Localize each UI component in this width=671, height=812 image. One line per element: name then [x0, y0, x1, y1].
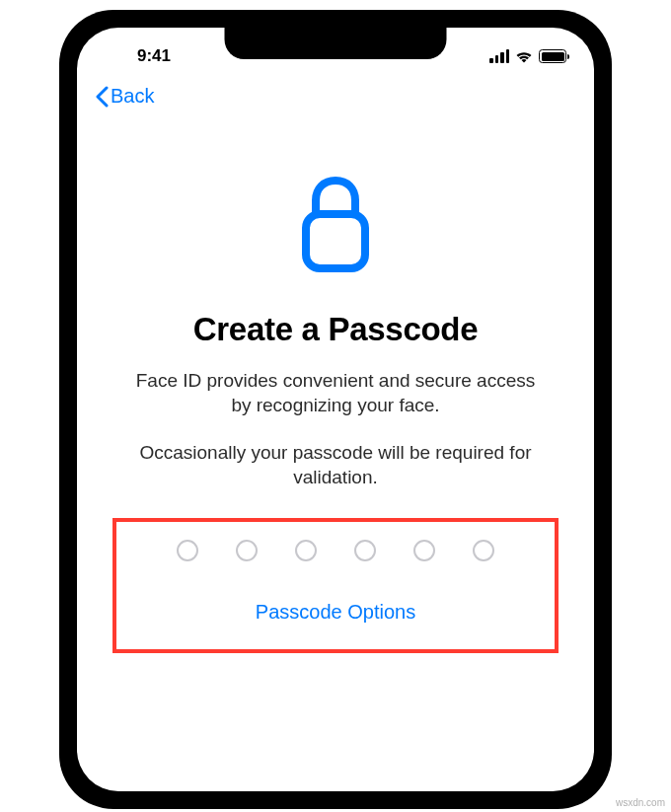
battery-icon	[539, 49, 566, 63]
nav-bar: Back	[77, 71, 594, 111]
svg-rect-0	[306, 214, 365, 268]
passcode-dot	[473, 540, 494, 561]
subtitle-2: Occasionally your passcode will be requi…	[124, 440, 547, 490]
passcode-dot	[236, 540, 258, 561]
highlight-annotation: Passcode Options	[112, 518, 559, 653]
watermark: wsxdn.com	[616, 797, 665, 808]
passcode-options-button[interactable]: Passcode Options	[126, 601, 545, 624]
passcode-input[interactable]	[126, 540, 545, 561]
lock-icon	[296, 173, 375, 281]
page-title: Create a Passcode	[105, 311, 566, 348]
screen: 9:41	[77, 28, 594, 791]
chevron-left-icon	[95, 86, 109, 108]
wifi-icon	[515, 49, 533, 63]
notch	[225, 28, 447, 59]
passcode-dot	[177, 540, 198, 561]
signal-icon	[489, 49, 509, 63]
status-icons	[468, 49, 566, 63]
passcode-dot	[354, 540, 376, 561]
status-time: 9:41	[105, 46, 203, 66]
subtitle-1: Face ID provides convenient and secure a…	[124, 368, 547, 418]
content-area: Create a Passcode Face ID provides conve…	[77, 173, 594, 654]
passcode-dot	[413, 540, 435, 561]
back-label: Back	[111, 85, 154, 108]
back-button[interactable]: Back	[95, 85, 154, 108]
phone-frame: 9:41	[59, 10, 612, 809]
phone-inner-bezel: 9:41	[73, 24, 598, 795]
passcode-dot	[295, 540, 317, 561]
